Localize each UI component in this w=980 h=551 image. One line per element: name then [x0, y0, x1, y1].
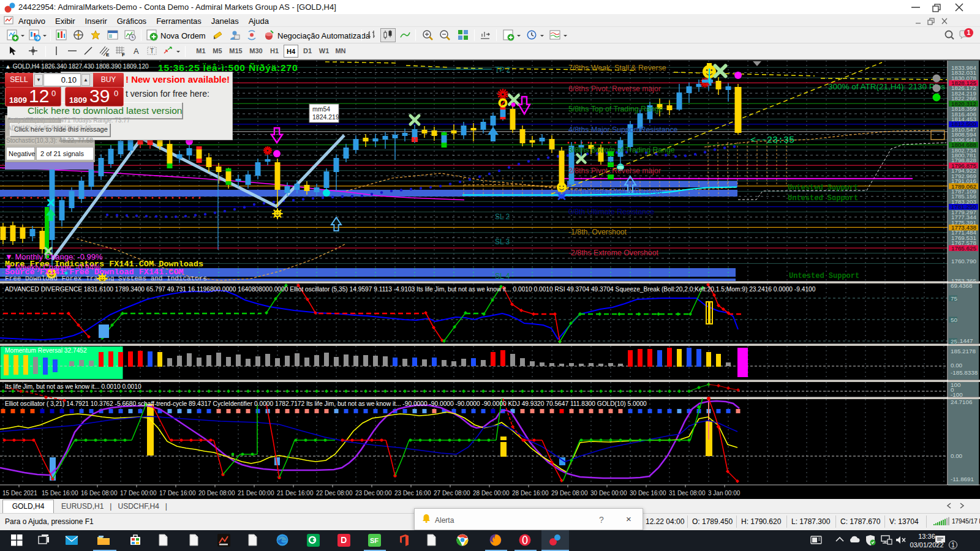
svg-text:-185.8338: -185.8338	[951, 369, 978, 376]
svg-text:31 Dec 08:00: 31 Dec 08:00	[669, 490, 706, 497]
svg-text:<--23:35: <--23:35	[750, 135, 794, 146]
svg-text:-11.8691: -11.8691	[951, 476, 974, 482]
svg-text:0/8th Ultimate Resistance: 0/8th Ultimate Resistance	[568, 208, 654, 216]
svg-text:Its life Jim, but not as we kn: Its life Jim, but not as we know it... 0…	[5, 383, 141, 390]
svg-text:▲ GOLD,H4 1826.340 1827.430 1: ▲ GOLD,H4 1826.340 1827.430 1808.390 180…	[5, 63, 149, 70]
svg-text:2/8ths Pivot, Reverse major: 2/8ths Pivot, Reverse major	[568, 167, 661, 175]
svg-text:25: 25	[951, 338, 957, 345]
svg-text:ADVANCED DIVERGENCE 1831.6100: ADVANCED DIVERGENCE 1831.6100 1789.3400 …	[5, 286, 816, 293]
svg-text:3/8ths Bottom of Trading Range: 3/8ths Bottom of Trading Range	[568, 146, 675, 154]
svg-text:15 Dec 16:00: 15 Dec 16:00	[42, 490, 78, 497]
svg-text:23 Dec 00:00: 23 Dec 00:00	[355, 490, 392, 497]
svg-text:21 Dec 00:00: 21 Dec 00:00	[238, 490, 274, 497]
svg-text:Elliot oscillator ( 3,21) 14.7: Elliot oscillator ( 3,21) 14.7921 10.376…	[5, 400, 647, 407]
svg-text:SL 2: SL 2	[495, 212, 510, 221]
svg-text:75: 75	[951, 295, 957, 302]
svg-text:28 Dec 00:00: 28 Dec 00:00	[473, 490, 510, 497]
svg-text:17 Dec 00:00: 17 Dec 00:00	[120, 490, 157, 497]
svg-text:SL 3: SL 3	[495, 238, 510, 246]
svg-text:TP 2: TP 2	[495, 66, 510, 74]
svg-text:15 Dec 2021: 15 Dec 2021	[2, 490, 37, 497]
svg-text:30 Dec 00:00: 30 Dec 00:00	[590, 490, 627, 497]
svg-text:4/8ths Major Support/Resistanc: 4/8ths Major Support/Resistance	[568, 126, 678, 134]
svg-text:SF: SF	[370, 537, 379, 544]
svg-text:17 Dec 16:00: 17 Dec 16:00	[159, 490, 196, 497]
svg-text:mm54: mm54	[312, 105, 330, 113]
svg-text:Untested Support: Untested Support	[788, 184, 858, 192]
svg-text:.1447: .1447	[958, 337, 973, 344]
svg-text:1765.625: 1765.625	[951, 245, 976, 252]
svg-text:50: 50	[951, 317, 957, 323]
svg-text:Untested Support: Untested Support	[788, 194, 858, 203]
svg-text:1/8th Weak, Stall & Reverse: 1/8th Weak, Stall & Reverse	[568, 187, 663, 195]
svg-text:6/8ths Pivot, Reverse major: 6/8ths Pivot, Reverse major	[568, 84, 661, 93]
svg-text:SL 4: SL 4	[495, 272, 510, 280]
svg-text:3 Jan 00:00: 3 Jan 00:00	[708, 490, 741, 497]
svg-text:5/8ths Top of Trading Range: 5/8ths Top of Trading Range	[568, 105, 663, 113]
svg-text:29 Dec 08:00: 29 Dec 08:00	[551, 490, 588, 497]
svg-text:-100: -100	[951, 391, 963, 398]
svg-text:30 Dec 16:00: 30 Dec 16:00	[630, 490, 666, 497]
svg-text:185.2178: 185.2178	[951, 348, 976, 354]
svg-text:1760.790: 1760.790	[951, 258, 976, 264]
svg-text:7/8ths Weak, Stall & Reverse: 7/8ths Weak, Stall & Reverse	[568, 64, 666, 72]
svg-text:300% of ATR(21,H4): 2130 Pips: 300% of ATR(21,H4): 2130 Pips	[828, 82, 945, 91]
svg-text:22 Dec 08:00: 22 Dec 08:00	[316, 490, 353, 497]
svg-text:28 Dec 16:00: 28 Dec 16:00	[512, 490, 549, 497]
svg-text:24.7106: 24.7106	[951, 399, 973, 405]
svg-text:16 Dec 08:00: 16 Dec 08:00	[81, 490, 118, 497]
svg-text:23 Dec 16:00: 23 Dec 16:00	[394, 490, 431, 497]
svg-text:Momentum Reversal 32.7452: Momentum Reversal 32.7452	[5, 347, 87, 354]
svg-text:69.4368: 69.4368	[951, 282, 973, 289]
svg-text:21 Dec 16:00: 21 Dec 16:00	[277, 490, 314, 497]
svg-text:27 Dec 08:00: 27 Dec 08:00	[434, 490, 470, 497]
svg-text:-2/8ths Extreme Overshoot: -2/8ths Extreme Overshoot	[568, 249, 659, 257]
svg-text:20 Dec 08:00: 20 Dec 08:00	[198, 490, 235, 497]
svg-text:0.00: 0.00	[951, 362, 963, 369]
svg-text:Untested Support: Untested Support	[789, 272, 859, 280]
svg-text:1824.219: 1824.219	[312, 113, 339, 121]
svg-text:0.00: 0.00	[951, 452, 963, 459]
svg-text:-1/8th, Overshoot: -1/8th, Overshoot	[568, 228, 627, 236]
